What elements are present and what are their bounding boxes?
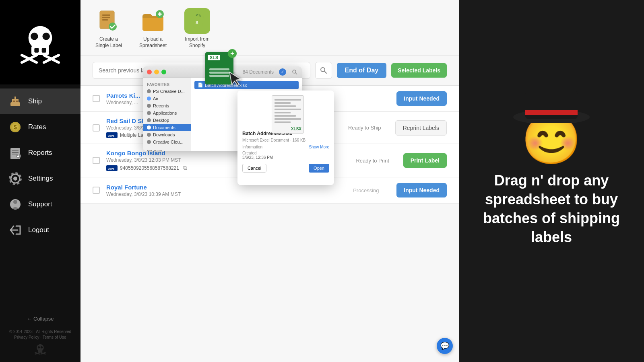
xls-badge-label: XLS: [208, 55, 220, 60]
minimize-dot[interactable]: [154, 70, 159, 74]
main-app-area: Create a Single Label Upload a Spreadshe…: [80, 0, 459, 362]
end-of-day-button[interactable]: End of Day: [337, 63, 387, 78]
finder-section-icloud: iCloud: [143, 148, 191, 151]
support-icon: [8, 197, 23, 212]
finder-item[interactable]: Downloads: [143, 131, 191, 138]
input-needed-button-2[interactable]: Input Needed: [396, 183, 447, 197]
sidebar-item-rates[interactable]: $ Rates: [0, 114, 80, 140]
svg-text:USPS: USPS: [108, 168, 114, 170]
maximize-dot[interactable]: [161, 70, 166, 74]
nav-menu: Ship $ Rates: [0, 88, 80, 312]
cancel-button[interactable]: Cancel: [242, 164, 266, 173]
import-shopify-text: Import from Shopify: [185, 36, 209, 49]
preview-info-label: Information: [242, 145, 262, 149]
finder-item[interactable]: PS Creative D...: [143, 88, 191, 95]
upload-spreadsheet-text: Upload a Spreadsheet: [139, 36, 167, 49]
create-label-text: Create a Single Label: [95, 36, 122, 49]
shipment-checkbox[interactable]: [93, 157, 100, 164]
svg-rect-43: [102, 19, 108, 21]
finder-search-icon[interactable]: [291, 69, 298, 75]
import-shopify-icon: S: [184, 8, 210, 34]
svg-point-3: [43, 33, 50, 40]
svg-rect-20: [12, 152, 19, 153]
svg-rect-13: [13, 101, 15, 102]
sidebar-item-reports[interactable]: Reports: [0, 140, 80, 166]
collapse-button[interactable]: ← Collapse: [19, 312, 62, 326]
open-button[interactable]: Open: [309, 164, 329, 173]
preview-actions: Cancel Open: [242, 164, 329, 173]
plus-badge-icon: +: [228, 49, 237, 58]
shipment-status: Ready to Print: [349, 158, 397, 164]
selected-labels-button[interactable]: Selected Labels: [391, 63, 447, 78]
svg-rect-12: [14, 97, 16, 101]
promo-panel: 😊 Drag n' drop any spreadsheet to buy ba…: [459, 0, 644, 362]
input-needed-button[interactable]: Input Needed: [396, 91, 447, 106]
sidebar-item-rates-label: Rates: [28, 123, 46, 131]
svg-text:S: S: [196, 21, 198, 25]
logo-area: [0, 0, 80, 84]
svg-rect-5: [42, 48, 46, 53]
svg-rect-41: [102, 14, 110, 16]
shipment-checkbox[interactable]: [93, 187, 100, 194]
svg-point-30: [13, 200, 17, 204]
svg-rect-21: [12, 154, 17, 154]
finder-item-documents[interactable]: Documents: [143, 124, 191, 131]
svg-rect-24: [17, 156, 19, 157]
finder-item[interactable]: Desktop: [143, 117, 191, 124]
search-button[interactable]: [315, 62, 332, 79]
reprint-labels-button[interactable]: Reprint Labels: [395, 120, 447, 136]
shipment-status: Ready to Ship: [341, 125, 389, 131]
finder-sidebar: Favorites PS Creative D... Air Recents A…: [143, 78, 191, 151]
upload-spreadsheet-button[interactable]: Upload a Spreadsheet: [137, 8, 169, 49]
svg-point-53: [293, 70, 296, 73]
finder-item[interactable]: Recents: [143, 102, 191, 109]
chat-button[interactable]: 💬: [437, 338, 453, 354]
create-label-button[interactable]: Create a Single Label: [93, 8, 125, 49]
bottom-skull-icon: [35, 343, 46, 356]
svg-rect-19: [12, 150, 19, 151]
copy-tracking-icon[interactable]: ⧉: [183, 165, 187, 171]
copyright-text: © 2014-2023 - All Rights Reserved Privac…: [6, 326, 74, 343]
skull-logo-icon: [18, 20, 62, 64]
finder-item[interactable]: Applications: [143, 109, 191, 117]
promo-text: Drag n' drop any spreadsheet to buy batc…: [481, 171, 622, 247]
svg-point-34: [41, 346, 43, 348]
svg-text:USPS: USPS: [108, 135, 114, 137]
print-label-button[interactable]: Print Label: [403, 153, 447, 168]
finder-count-badge: ✓: [279, 68, 286, 76]
emoji-with-hat: 😊: [521, 115, 582, 163]
finder-item[interactable]: Air: [143, 95, 191, 102]
promo-emoji-area: 😊: [521, 115, 582, 163]
svg-point-33: [38, 346, 40, 348]
hat-icon: [511, 87, 592, 125]
logout-icon: [8, 223, 23, 237]
svg-line-50: [324, 71, 326, 73]
svg-point-25: [13, 177, 17, 181]
usps-badge-icon: USPS: [106, 132, 118, 138]
ship-icon: [8, 94, 23, 109]
sidebar: Ship $ Rates: [0, 0, 80, 362]
import-shopify-button[interactable]: S Import from Shopify: [181, 8, 213, 49]
svg-rect-1: [31, 46, 49, 55]
close-dot[interactable]: [147, 70, 152, 74]
shipment-checkbox[interactable]: [93, 124, 100, 132]
svg-rect-42: [102, 17, 110, 18]
sidebar-item-support[interactable]: Support: [0, 191, 80, 217]
sidebar-item-settings-label: Settings: [28, 175, 53, 183]
show-more-button[interactable]: Show More: [309, 145, 329, 149]
shipment-checkbox[interactable]: [93, 95, 100, 102]
finder-item[interactable]: Creative Clou...: [143, 138, 191, 146]
create-label-icon: [96, 8, 122, 34]
sidebar-item-ship[interactable]: Ship: [0, 88, 80, 114]
sidebar-item-reports-label: Reports: [28, 149, 52, 157]
svg-rect-14: [16, 101, 18, 102]
preview-created-label: Created: [242, 151, 329, 155]
preview-created-date: 3/6/23, 12:36 PM: [242, 155, 329, 160]
shipment-status: Processing: [342, 187, 390, 193]
sidebar-item-settings[interactable]: Settings: [0, 166, 80, 191]
svg-rect-32: [38, 350, 43, 352]
shipment-info: Royal Fortune Wednesday, 3/8/23 10:39 AM…: [106, 184, 335, 197]
svg-point-2: [31, 33, 38, 40]
sidebar-item-logout[interactable]: Logout: [0, 217, 80, 243]
preview-file-icon: XLSX: [272, 95, 300, 128]
